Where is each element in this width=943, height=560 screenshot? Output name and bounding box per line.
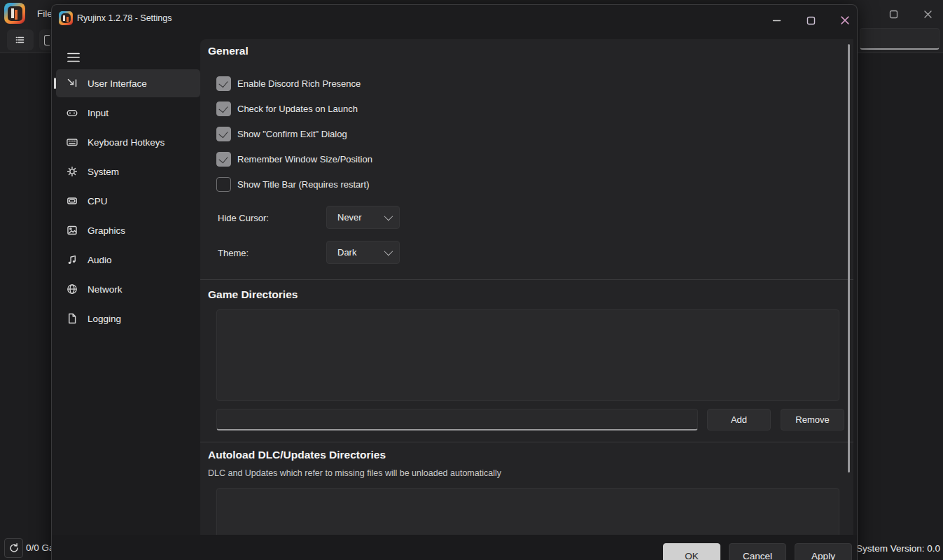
sidebar-item-label: Keyboard Hotkeys [88,137,165,148]
sidebar-item-label: Audio [88,255,112,265]
settings-window: Ryujinx 1.2.78 - Settings User I [51,4,858,560]
sidebar-item-label: Logging [88,314,121,324]
ok-button[interactable]: OK [663,543,720,560]
hide-cursor-dropdown[interactable]: Never [326,206,400,229]
checkbox-row-updates[interactable]: Check for Updates on Launch [216,101,358,116]
sidebar-item-logging[interactable]: Logging [56,304,200,332]
sidebar-item-audio[interactable]: Audio [56,246,200,274]
gear-icon [66,165,78,178]
section-divider [200,279,853,280]
chevron-down-icon [384,247,393,256]
autoload-description: DLC and Updates which refer to missing f… [208,468,501,478]
settings-maximize-button[interactable] [799,11,822,29]
truncated-glyph [44,35,50,46]
list-icon [14,34,27,46]
autoload-heading: Autoload DLC/Updates Directories [208,449,386,461]
pointer-icon [66,77,78,90]
checkbox-label: Enable Discord Rich Presence [237,78,361,89]
checkbox-row-discord[interactable]: Enable Discord Rich Presence [216,76,361,91]
settings-footer: OK Cancel Apply [52,535,857,560]
sidebar-item-graphics[interactable]: Graphics [56,216,200,244]
sidebar-item-label: System [88,167,119,177]
vertical-scrollbar[interactable] [848,44,850,472]
sidebar-item-keyboard-hotkeys[interactable]: Keyboard Hotkeys [56,128,200,156]
checkbox-label: Check for Updates on Launch [237,104,358,114]
theme-dropdown[interactable]: Dark [326,241,400,264]
hide-cursor-value: Never [337,212,384,223]
sidebar-item-cpu[interactable]: CPU [56,187,200,215]
document-icon [66,312,78,325]
game-directories-heading: Game Directories [208,288,298,301]
system-version-status: System Version: 0.0 [856,543,940,554]
sidebar-item-label: Graphics [88,225,125,236]
apply-button[interactable]: Apply [795,543,852,560]
gamepad-icon [66,106,78,119]
checkbox[interactable] [216,127,231,141]
settings-content-panel: General Enable Discord Rich Presence Che… [200,39,853,535]
games-loaded-status: 0/0 Ga [26,542,55,553]
sidebar-menu-button[interactable] [64,50,83,65]
globe-icon [66,283,78,295]
sidebar-item-label: CPU [88,196,108,206]
main-close-button[interactable] [917,6,938,22]
settings-window-title: Ryujinx 1.2.78 - Settings [77,13,172,23]
checkbox[interactable] [216,177,231,192]
checkbox[interactable] [216,152,231,167]
checkbox-row-confirm-exit[interactable]: Show "Confirm Exit" Dialog [216,126,347,141]
sidebar-item-label: Network [88,284,123,295]
checkbox-label: Show Title Bar (Requires restart) [237,179,370,190]
keyboard-icon [66,136,78,148]
screen: File 0/0 [0,0,943,560]
music-note-icon [66,253,78,266]
toolbar-button-fragment[interactable] [39,29,51,50]
chevron-down-icon [384,212,393,221]
ryujinx-logo-icon-small [59,11,73,25]
game-directories-list[interactable] [216,309,839,401]
main-maximize-button[interactable] [883,6,904,22]
sidebar-item-system[interactable]: System [56,158,200,186]
sidebar-item-input[interactable]: Input [56,99,200,127]
theme-value: Dark [337,247,384,258]
checkbox-row-title-bar[interactable]: Show Title Bar (Requires restart) [216,176,370,192]
refresh-icon [8,542,20,554]
general-heading: General [208,45,249,57]
autoload-directories-list[interactable] [216,488,839,535]
settings-titlebar: Ryujinx 1.2.78 - Settings [52,5,857,33]
settings-minimize-button[interactable] [765,11,788,29]
checkbox-label: Show "Confirm Exit" Dialog [237,129,347,139]
checkbox[interactable] [216,102,231,116]
refresh-button[interactable] [4,538,23,558]
checkbox-row-remember-window[interactable]: Remember Window Size/Position [216,151,372,167]
sidebar-item-label: Input [88,108,109,118]
theme-label: Theme: [218,248,249,258]
add-button[interactable]: Add [707,409,771,430]
checkbox[interactable] [216,76,231,91]
sidebar-item-user-interface[interactable]: User Interface [56,69,200,97]
checkbox-label: Remember Window Size/Position [237,154,372,164]
cpu-icon [66,195,78,207]
section-divider [200,442,853,442]
cancel-button[interactable]: Cancel [729,543,786,560]
sidebar-item-network[interactable]: Network [56,275,200,303]
ryujinx-logo-icon [4,3,25,24]
remove-button[interactable]: Remove [781,409,844,430]
settings-close-button[interactable] [834,11,856,29]
search-input[interactable] [860,28,939,50]
game-directory-input[interactable] [216,409,698,430]
game-list-view-button[interactable] [7,29,34,50]
sidebar-item-label: User Interface [88,78,147,89]
hamburger-icon [67,52,81,63]
hide-cursor-label: Hide Cursor: [218,213,269,223]
image-icon [66,224,78,237]
